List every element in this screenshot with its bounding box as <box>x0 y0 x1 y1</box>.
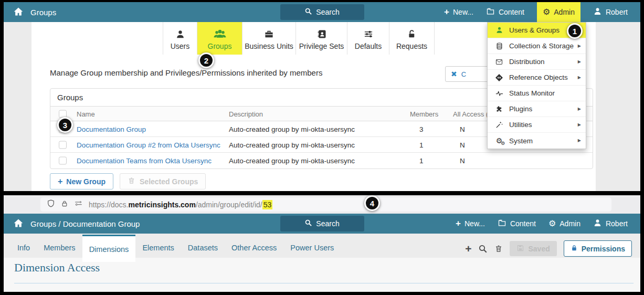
user-menu-button[interactable]: Robert <box>593 214 628 234</box>
column-name: Name <box>77 110 95 118</box>
menu-item-utilities[interactable]: Utilities ▶ <box>488 117 586 133</box>
row-checkbox[interactable] <box>59 157 67 165</box>
user-icon <box>494 26 504 34</box>
search-icon <box>304 7 312 17</box>
group-editor-content: Info Members Dimensions Elements Dataset… <box>4 234 640 292</box>
tab-members[interactable]: Members <box>37 238 82 258</box>
column-all-access: All Access ( <box>453 110 488 118</box>
search-button[interactable]: Search <box>280 216 364 231</box>
menu-item-plugins[interactable]: Plugins ▶ <box>488 101 586 117</box>
folder-icon <box>486 7 495 17</box>
permissions-button[interactable]: Permissions <box>564 240 632 257</box>
home-icon[interactable] <box>13 6 24 18</box>
search-button[interactable]: Search <box>280 4 364 20</box>
new-menu-button[interactable]: + New... <box>444 2 473 22</box>
group-link[interactable]: Documentation Group <box>77 125 146 133</box>
admin-dropdown-menu: Users & Groups Collection & Storage ▶ Di… <box>487 22 586 149</box>
tab-requests[interactable]: Requests <box>389 22 435 55</box>
group-description: Auto-created group by mi-okta-usersync <box>229 125 355 133</box>
tab-privilege-sets[interactable]: Privilege Sets <box>296 22 347 55</box>
content-menu-button[interactable]: Content <box>486 2 524 22</box>
url-field[interactable]: https://docs.metricinsights.com/admin/gr… <box>40 197 611 212</box>
menu-item-status-monitor[interactable]: Status Monitor <box>488 86 586 101</box>
search-icon <box>304 219 312 228</box>
tab-users[interactable]: Users <box>163 22 197 55</box>
screen-group-editor: Groups / Documentation Group Search + Ne… <box>4 214 640 292</box>
column-members: Members <box>410 110 438 118</box>
submenu-arrow-icon: ▶ <box>578 123 581 127</box>
envelope-icon <box>494 58 504 66</box>
delete-button[interactable] <box>494 244 503 253</box>
tab-defaults[interactable]: Defaults <box>347 22 389 55</box>
submenu-arrow-icon: ▶ <box>578 76 581 80</box>
plus-icon: + <box>465 243 471 254</box>
gear-icon: ⚙ <box>543 8 550 16</box>
url-text: https://docs.metricinsights.com/admin/gr… <box>89 201 272 209</box>
group-link[interactable]: Documentation Group #2 from Okta Usersyn… <box>77 141 220 149</box>
tab-datasets[interactable]: Datasets <box>181 238 225 258</box>
menu-item-reference-objects[interactable]: Reference Objects ▶ <box>488 70 586 86</box>
admin-menu-button[interactable]: ⚙ Admin <box>537 2 580 22</box>
url-scheme: https:// <box>89 201 111 209</box>
trash-icon <box>128 176 135 186</box>
group-members-count: 1 <box>419 157 424 165</box>
tab-dimensions[interactable]: Dimensions <box>82 235 136 262</box>
search-button-small[interactable] <box>478 244 488 254</box>
menu-item-distribution[interactable]: Distribution ▶ <box>488 54 586 70</box>
url-domain: metricinsights.com <box>129 201 196 209</box>
editor-toolbar: + Saved Permissions <box>465 240 632 257</box>
briefcase-icon <box>263 27 275 39</box>
groups-icon <box>213 27 227 39</box>
tab-info[interactable]: Info <box>10 238 37 258</box>
add-button[interactable]: + <box>465 243 471 254</box>
group-all-access: N <box>460 125 465 133</box>
submenu-arrow-icon: ▶ <box>578 107 581 111</box>
gears-icon: ⚙⚙ <box>494 137 504 144</box>
callout-badge-1: 1 <box>567 23 583 39</box>
tab-elements[interactable]: Elements <box>135 238 181 258</box>
user-menu-button[interactable]: Robert <box>593 2 628 22</box>
puzzle-icon <box>494 105 504 113</box>
breadcrumb: Groups / Documentation Group <box>30 219 140 228</box>
group-link[interactable]: Documentation Teams from Okta Usersync <box>77 157 212 165</box>
browser-url-bar: https://docs.metricinsights.com/admin/gr… <box>4 195 640 214</box>
new-menu-button[interactable]: + New... <box>456 214 485 234</box>
group-all-access: N <box>460 141 465 149</box>
unlock-icon <box>407 27 417 39</box>
shield-icon[interactable] <box>47 199 55 210</box>
tab-business-units[interactable]: Business Units <box>242 22 296 55</box>
groups-actions: + New Group Selected Groups <box>50 173 206 189</box>
select-all-checkbox[interactable] <box>59 110 67 118</box>
content-menu-button[interactable]: Content <box>498 214 536 234</box>
submenu-arrow-icon: ▶ <box>578 139 581 143</box>
folder-icon <box>498 218 506 229</box>
plus-icon: + <box>58 177 62 186</box>
row-checkbox[interactable] <box>59 141 67 149</box>
group-all-access: N <box>460 157 465 165</box>
tab-power-users[interactable]: Power Users <box>283 238 341 258</box>
lock-icon <box>571 244 578 254</box>
tab-other-access[interactable]: Other Access <box>225 238 283 258</box>
home-icon[interactable] <box>13 218 24 230</box>
lock-icon[interactable] <box>61 199 68 210</box>
address-book-icon <box>316 27 327 39</box>
url-path: /admin/group/edit/id/ <box>196 201 262 209</box>
manage-groups-description: Manage Group membership and Privileges/P… <box>50 68 322 77</box>
screenshot-frame: Groups Search + New... Content <box>0 0 644 295</box>
callout-badge-4: 4 <box>364 195 380 211</box>
menu-item-system[interactable]: ⚙⚙ System ▶ <box>488 133 586 149</box>
bottom-navbar: Groups / Documentation Group Search + Ne… <box>4 214 640 234</box>
menu-item-collection-storage[interactable]: Collection & Storage ▶ <box>488 38 586 54</box>
callout-badge-2: 2 <box>198 52 214 68</box>
permissions-toggle-icon[interactable] <box>74 199 83 209</box>
sliders-icon <box>363 27 374 39</box>
new-group-button[interactable]: + New Group <box>50 173 113 189</box>
saved-button[interactable]: Saved <box>510 241 556 256</box>
page-title: Groups <box>30 8 56 17</box>
tab-groups[interactable]: Groups <box>197 22 242 55</box>
plus-icon: + <box>444 7 449 17</box>
admin-menu-button[interactable]: ⚙ Admin <box>548 214 580 234</box>
delete-selected-groups-button[interactable]: Selected Groups <box>120 173 206 189</box>
pulse-icon <box>494 90 504 97</box>
close-x-icon: ✖ <box>451 70 457 78</box>
